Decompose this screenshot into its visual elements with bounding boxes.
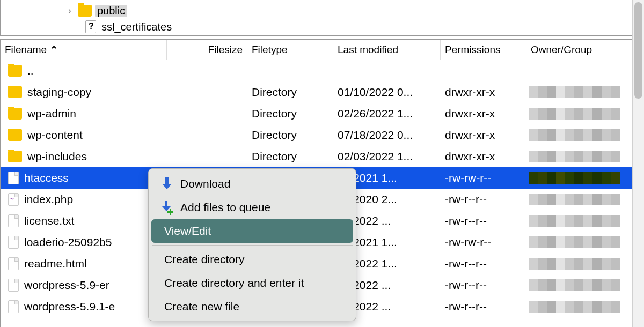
menu-item-create-file[interactable]: Create new file — [151, 295, 353, 318]
cell-modified: 07/18/2022 0... — [333, 129, 441, 142]
column-header-label: Filesize — [208, 44, 243, 56]
menu-item-label: View/Edit — [164, 225, 211, 237]
menu-separator — [152, 245, 353, 246]
cell-filename: loaderio-25092b5 — [1, 236, 167, 249]
folder-icon — [78, 5, 92, 17]
redacted-owner — [529, 215, 620, 227]
tree-item-public[interactable]: › public — [65, 3, 632, 19]
table-row[interactable]: staging-copyDirectory01/10/2022 0...drwx… — [1, 81, 632, 103]
chevron-right-icon[interactable]: › — [65, 6, 75, 16]
folder-icon — [8, 65, 22, 77]
cell-modified: 02/03/2022 1... — [333, 150, 441, 163]
tree-item-label: public — [95, 5, 127, 17]
cell-modified: 01/10/2022 0... — [333, 86, 441, 99]
menu-item-view-edit[interactable]: View/Edit — [151, 219, 353, 243]
folder-icon — [8, 86, 22, 98]
folder-icon — [8, 129, 22, 141]
file-name-label: index.php — [24, 193, 73, 206]
table-row[interactable]: wp-includesDirectory02/03/2022 1...drwxr… — [1, 146, 632, 167]
cell-filename: wp-content — [1, 129, 167, 142]
menu-item-label: Create directory — [164, 253, 244, 266]
context-menu: Download Add files to queue View/Edit Cr… — [148, 168, 356, 321]
unknown-file-icon — [85, 20, 96, 33]
column-header-filename[interactable]: Filename ⌃ — [1, 40, 167, 60]
cell-permissions: -rw-r--r-- — [441, 300, 526, 313]
file-name-label: readme.html — [24, 257, 87, 270]
table-row[interactable]: .. — [1, 60, 632, 81]
file-icon — [8, 214, 19, 227]
cell-permissions: -rw-r--r-- — [441, 193, 526, 206]
cell-permissions: -rw-r--r-- — [441, 214, 526, 227]
column-header-owner[interactable]: Owner/Group — [526, 40, 628, 60]
file-name-label: staging-copy — [27, 86, 91, 99]
cell-permissions: -rw-rw-r-- — [441, 236, 526, 249]
cell-filetype: Directory — [247, 107, 333, 120]
sort-ascending-icon: ⌃ — [50, 44, 58, 56]
file-icon — [8, 236, 19, 249]
page-scrollbar[interactable] — [632, 0, 644, 327]
cell-filename: index.php — [1, 193, 167, 206]
menu-item-download[interactable]: Download — [151, 172, 353, 196]
tree-item-label: ssl_certificates — [99, 21, 174, 33]
cell-filename: license.txt — [1, 214, 167, 227]
cell-permissions: drwxr-xr-x — [441, 86, 526, 99]
menu-item-add-queue[interactable]: Add files to queue — [151, 196, 353, 219]
menu-item-create-directory[interactable]: Create directory — [151, 248, 353, 271]
column-header-permissions[interactable]: Permissions — [441, 40, 526, 60]
file-name-label: .. — [27, 64, 34, 77]
menu-item-label: Create new file — [164, 300, 239, 313]
redacted-owner — [529, 194, 620, 205]
table-row[interactable]: wp-adminDirectory02/26/2022 1...drwxr-xr… — [1, 103, 632, 124]
menu-item-label: Add files to queue — [180, 201, 270, 214]
add-to-queue-icon — [161, 201, 173, 214]
menu-item-label: Create directory and enter it — [164, 277, 304, 289]
column-header-label: Filetype — [252, 44, 288, 56]
column-header-filesize[interactable]: Filesize — [167, 40, 247, 60]
column-header-modified[interactable]: Last modified — [333, 40, 441, 60]
cell-filename: staging-copy — [1, 86, 167, 99]
file-name-label: wp-admin — [27, 107, 76, 120]
menu-item-create-directory-enter[interactable]: Create directory and enter it — [151, 271, 353, 295]
cell-filename: readme.html — [1, 257, 167, 270]
file-icon — [8, 279, 19, 292]
redacted-owner — [529, 172, 620, 184]
cell-permissions: drwxr-xr-x — [441, 129, 526, 142]
redacted-owner — [529, 236, 620, 248]
column-header-filetype[interactable]: Filetype — [247, 40, 333, 60]
file-name-label: wp-includes — [27, 150, 87, 163]
directory-tree-pane: › public ssl_certificates — [0, 0, 632, 36]
file-name-label: license.txt — [24, 214, 74, 227]
cell-filetype: Directory — [247, 129, 333, 142]
file-icon — [8, 172, 19, 184]
cell-owner — [526, 172, 628, 184]
cell-permissions: -rw-r--r-- — [441, 257, 526, 270]
tree-item-ssl-certificates[interactable]: ssl_certificates — [65, 19, 632, 35]
column-header-row: Filename ⌃ Filesize Filetype Last modifi… — [1, 40, 632, 60]
menu-item-label: Download — [180, 177, 230, 190]
cell-owner — [526, 258, 628, 270]
page-scrollbar-thumb[interactable] — [634, 2, 642, 99]
redacted-owner — [529, 301, 620, 313]
redacted-owner — [529, 86, 620, 98]
cell-permissions: -rw-r--r-- — [441, 279, 526, 292]
file-name-label: loaderio-25092b5 — [24, 236, 112, 249]
redacted-owner — [529, 151, 620, 162]
table-row[interactable]: wp-contentDirectory07/18/2022 0...drwxr-… — [1, 124, 632, 146]
cell-owner — [526, 279, 628, 291]
cell-filename: wp-admin — [1, 107, 167, 120]
file-name-label: wordpress-5.9.1-e — [24, 300, 115, 313]
file-name-label: wp-content — [27, 129, 83, 142]
folder-icon — [8, 151, 22, 162]
cell-owner — [526, 301, 628, 313]
cell-filename: htaccess — [1, 172, 167, 184]
php-file-icon — [8, 193, 19, 206]
cell-owner — [526, 194, 628, 205]
column-header-label: Last modified — [338, 44, 398, 56]
cell-permissions: -rw-rw-r-- — [441, 172, 526, 184]
cell-owner — [526, 215, 628, 227]
cell-modified: 02/26/2022 1... — [333, 107, 441, 120]
cell-filename: wp-includes — [1, 150, 167, 163]
cell-owner — [526, 151, 628, 162]
file-name-label: wordpress-5.9-er — [24, 279, 109, 292]
cell-owner — [526, 236, 628, 248]
